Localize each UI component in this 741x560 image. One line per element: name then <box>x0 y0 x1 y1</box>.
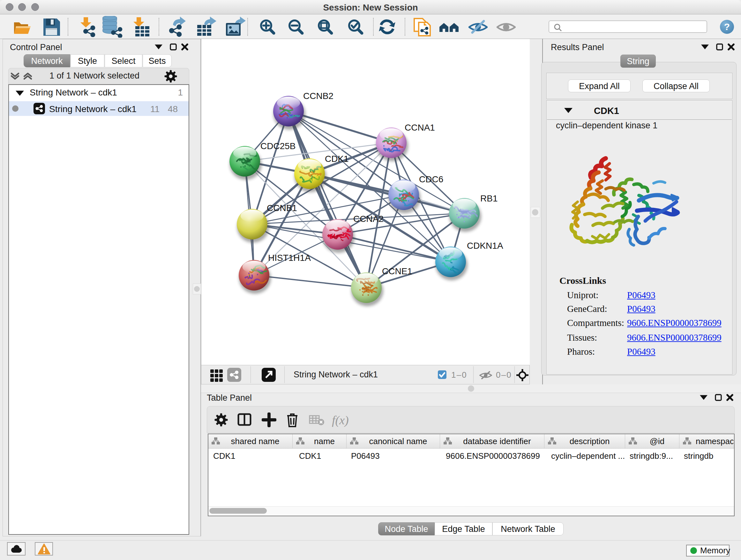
svg-text:CDK1: CDK1 <box>325 154 349 164</box>
svg-text:CDC6: CDC6 <box>419 174 443 184</box>
svg-text:CCNB1: CCNB1 <box>267 203 297 213</box>
svg-text:CCNA2: CCNA2 <box>353 214 384 224</box>
svg-text:CCNA1: CCNA1 <box>405 123 435 132</box>
svg-text:CDKN1A: CDKN1A <box>467 241 503 251</box>
svg-text:CCNE1: CCNE1 <box>382 266 412 276</box>
svg-text:RB1: RB1 <box>480 193 497 203</box>
svg-text:CCNB2: CCNB2 <box>303 91 333 101</box>
svg-text:CDC25B: CDC25B <box>260 141 295 151</box>
svg-text:HIST1H1A: HIST1H1A <box>268 253 311 263</box>
